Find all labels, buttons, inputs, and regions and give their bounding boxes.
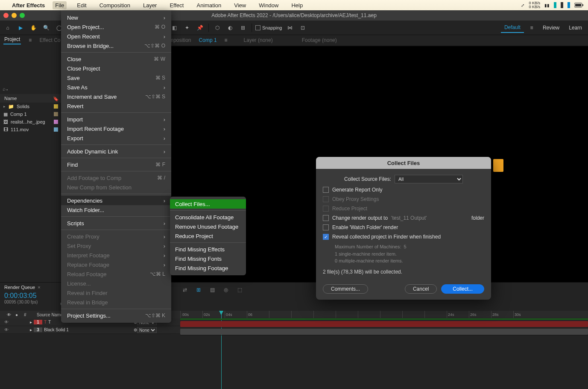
parent-select[interactable]: None xyxy=(137,327,157,333)
submenu-item[interactable]: Collect Files... xyxy=(170,199,246,209)
file-menu-item[interactable]: New› xyxy=(61,13,171,22)
fps-label: 00095 (30.00 fps) xyxy=(4,300,60,304)
file-menu-item[interactable]: Import Recent Footage› xyxy=(61,124,171,133)
menu-file[interactable]: File xyxy=(53,1,67,9)
project-search[interactable]: ⌕▾ xyxy=(0,84,61,94)
tab-footage[interactable]: Footage (none) xyxy=(302,37,337,43)
workspace-review[interactable]: Review xyxy=(539,23,563,32)
track-1[interactable] xyxy=(180,320,588,328)
generate-report-checkbox[interactable] xyxy=(323,187,329,193)
workspace-learn[interactable]: Learn xyxy=(565,23,585,32)
color-swatch xyxy=(54,127,58,132)
file-menu-item[interactable]: Export› xyxy=(61,133,171,143)
file-menu-item[interactable]: Save As› xyxy=(61,83,171,92)
file-menu-item[interactable]: Watch Folder... xyxy=(61,205,171,215)
file-menu-item[interactable]: Open Project...⌘ O xyxy=(61,22,171,32)
menu-window[interactable]: Window xyxy=(256,1,281,9)
submenu-item[interactable]: Consolidate All Footage xyxy=(170,212,246,222)
proj-item-solids[interactable]: ▸📁Solids xyxy=(0,103,61,110)
zoom-tool-icon[interactable]: 🔍 xyxy=(41,23,51,33)
file-menu-item[interactable]: Adobe Dynamic Link› xyxy=(61,147,171,156)
file-menu-item[interactable]: Save⌘ S xyxy=(61,73,171,83)
file-menu-item[interactable]: Open Recent› xyxy=(61,32,171,41)
submenu-item[interactable]: Remove Unused Footage xyxy=(170,222,246,231)
workspace-default[interactable]: Default xyxy=(501,23,524,33)
fullscreen-icon[interactable]: ⤢ xyxy=(521,3,524,8)
folder-icon: 📁 xyxy=(8,104,14,109)
tl-toolbar-icon[interactable]: ◎ xyxy=(222,286,230,294)
file-menu-item[interactable]: Close Project xyxy=(61,64,171,73)
submenu-item[interactable]: Reduce Project xyxy=(170,231,246,241)
proj-item-image[interactable]: 🖼realist...he_.jpeg xyxy=(0,118,61,126)
snap-icon-2[interactable]: ⊡ xyxy=(298,23,308,33)
obey-proxy-label: Obey Proxy Settings xyxy=(332,196,379,202)
change-output-label: Change render output to xyxy=(332,215,388,221)
selection-tool-icon[interactable]: ▶ xyxy=(15,23,26,33)
file-menu-item[interactable]: Close⌘ W xyxy=(61,54,171,64)
workspace-menu-icon[interactable]: ≡ xyxy=(527,23,537,33)
toggle-icon-1[interactable]: ◐ xyxy=(225,23,235,33)
tab-project[interactable]: Project xyxy=(3,36,21,44)
cancel-button[interactable]: Cancel xyxy=(405,284,437,294)
proj-item-video[interactable]: 🎞111.mov xyxy=(0,126,61,133)
tab-comp-menu-icon[interactable]: ≡ xyxy=(225,37,228,43)
tl-toolbar-icon[interactable]: ⬚ xyxy=(236,286,243,294)
watch-folder-checkbox[interactable] xyxy=(323,224,329,230)
tab-layer[interactable]: Layer (none) xyxy=(244,37,273,43)
change-output-checkbox[interactable] xyxy=(323,215,329,221)
eye-icon[interactable]: 👁 xyxy=(4,320,11,324)
submenu-item[interactable]: Find Missing Effects xyxy=(170,245,246,254)
file-menu-item[interactable]: Import› xyxy=(61,115,171,124)
file-menu-item[interactable]: Project Settings...⌥⇧⌘ K xyxy=(61,311,171,320)
menu-edit[interactable]: Edit xyxy=(74,1,89,9)
collect-files-dialog: Collect Files Collect Source Files: All … xyxy=(316,157,491,300)
menu-layer[interactable]: Layer xyxy=(140,1,160,9)
file-menu-item[interactable]: Find⌘ F xyxy=(61,160,171,169)
proj-item-comp[interactable]: ▦Comp 1 xyxy=(0,110,61,118)
file-menu-item[interactable]: Browse in Bridge...⌥⇧⌘ O xyxy=(61,41,171,50)
menu-view[interactable]: View xyxy=(231,1,249,9)
snap-icon-1[interactable]: ⋈ xyxy=(285,23,295,33)
timeline-ruler[interactable]: :00s 02s 04s 06 24s 26s 28s 30s xyxy=(180,311,588,318)
tab-project-menu-icon[interactable]: ≡ xyxy=(29,37,32,43)
track-3[interactable] xyxy=(180,328,588,336)
tab-effect-controls[interactable]: Effect Co xyxy=(39,37,60,43)
mask-mode-icon[interactable]: ⬡ xyxy=(212,23,222,33)
file-menu-item[interactable]: Revert xyxy=(61,101,171,111)
eye-icon[interactable]: 👁 xyxy=(4,327,11,332)
file-menu-item[interactable]: Scripts› xyxy=(61,218,171,228)
file-menu-item[interactable]: Dependencies› xyxy=(61,196,171,205)
hand-tool-icon[interactable]: ✋ xyxy=(28,23,38,33)
timecode[interactable]: 0:00:03:05 xyxy=(4,292,60,300)
submenu-item[interactable]: Find Missing Footage xyxy=(170,263,246,273)
comments-button[interactable]: Comments... xyxy=(323,284,368,294)
timeline-tab-render[interactable]: Render Queue xyxy=(4,285,35,290)
app-name[interactable]: After Effects xyxy=(12,2,45,9)
tag-icon: 🔖 xyxy=(53,96,57,100)
puppet-tool-icon[interactable]: 📌 xyxy=(195,23,205,33)
menu-composition[interactable]: Composition xyxy=(97,1,133,9)
close-tab-icon[interactable]: × xyxy=(38,285,40,290)
collect-source-select[interactable]: All xyxy=(395,175,463,183)
menu-animation[interactable]: Animation xyxy=(194,1,224,9)
snapping-checkbox[interactable] xyxy=(255,25,260,30)
tl-toolbar-icon[interactable]: ⊞ xyxy=(195,286,202,294)
tl-toolbar-icon[interactable]: ▤ xyxy=(208,286,216,294)
col-name[interactable]: Name xyxy=(4,96,17,101)
traffic-lights[interactable] xyxy=(3,13,25,18)
color-swatch xyxy=(54,112,58,116)
toggle-icon-2[interactable]: ⊞ xyxy=(238,23,248,33)
menu-effect[interactable]: Effect xyxy=(167,1,186,9)
reveal-checkbox[interactable]: ✓ xyxy=(323,234,329,240)
reveal-label: Reveal collected project in Finder when … xyxy=(332,234,441,240)
tl-toolbar-icon[interactable]: ⇄ xyxy=(181,286,189,294)
network-stats: 0 KB/s0 KB/s xyxy=(529,1,540,9)
home-tool-icon[interactable]: ⌂ xyxy=(3,23,13,33)
roto-tool-icon[interactable]: ✦ xyxy=(182,23,192,33)
collect-source-label: Collect Source Files: xyxy=(344,176,391,182)
collect-button[interactable]: Collect... xyxy=(441,284,484,294)
file-menu-item[interactable]: Increment and Save⌥⇧⌘ S xyxy=(61,92,171,101)
menu-help[interactable]: Help xyxy=(289,1,305,9)
submenu-item[interactable]: Find Missing Fonts xyxy=(170,254,246,263)
tab-comp-name[interactable]: Comp 1 xyxy=(199,37,217,43)
